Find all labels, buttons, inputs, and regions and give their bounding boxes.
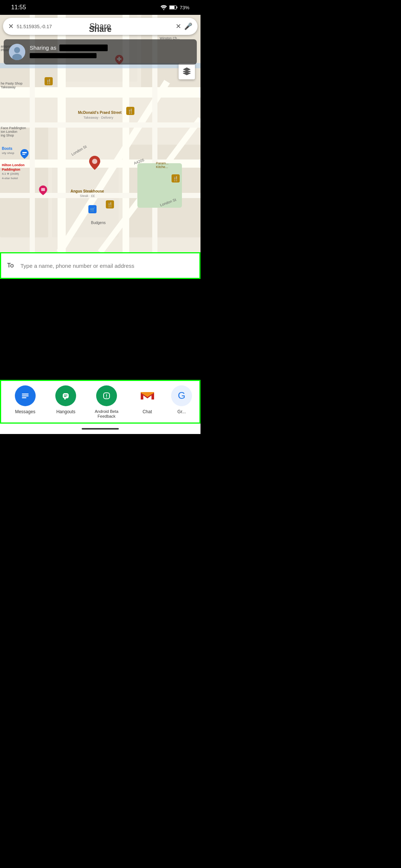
status-bar: 11:55 73% — [0, 0, 200, 15]
svg-point-23 — [92, 159, 97, 164]
svg-text:🍴: 🍴 — [127, 108, 134, 114]
svg-rect-34 — [41, 188, 45, 191]
svg-rect-2 — [176, 7, 177, 9]
app-item-chat[interactable]: Chat — [131, 385, 164, 414]
layers-icon — [182, 67, 191, 76]
user-info-text: Sharing as — [30, 45, 108, 60]
more-icon: G — [171, 385, 192, 406]
map-label-pasty: he Pasty ShopTakeaway — [1, 82, 23, 89]
svg-rect-51 — [64, 395, 68, 395]
svg-rect-47 — [22, 395, 29, 397]
sharing-as-row: Sharing as — [30, 45, 108, 51]
svg-text:!: ! — [106, 393, 107, 399]
sharing-as-label: Sharing as — [30, 45, 56, 51]
battery-percentage: 73% — [180, 5, 189, 10]
avatar-icon — [9, 44, 25, 60]
user-info-card: Sharing as — [4, 39, 197, 65]
restaurant-icon-3: 🍴 — [106, 200, 114, 208]
restaurant-icon-2: 🍴 — [126, 107, 134, 115]
app-item-hangouts[interactable]: Hangouts — [49, 385, 82, 414]
screen: 11:55 73% — [0, 0, 200, 434]
map-label-budgens: Budgens — [91, 221, 105, 225]
messages-svg-icon — [20, 390, 31, 401]
app-item-messages[interactable]: Messages — [9, 385, 42, 414]
mic-icon[interactable]: 🎤 — [184, 22, 192, 30]
home-indicator — [0, 424, 200, 434]
svg-point-0 — [163, 9, 164, 10]
svg-rect-32 — [22, 152, 27, 153]
bottom-apps-row: Messages Hangouts — [0, 380, 200, 424]
restaurant-marker-1: 🍴 — [45, 77, 53, 85]
email-row — [30, 53, 108, 60]
svg-text:🍴: 🍴 — [107, 201, 113, 208]
black-spacer — [0, 279, 200, 380]
blue-marker-boots — [20, 149, 29, 159]
svg-text:🍴: 🍴 — [46, 78, 52, 85]
to-field-container[interactable]: To — [0, 252, 200, 279]
layers-button[interactable] — [179, 63, 195, 79]
home-bar — [82, 428, 119, 430]
map-container: McDonald's Praed Street Takeaway · Deliv… — [0, 15, 200, 252]
map-label-hilton: Hilton LondonPaddington4.1 ★ (2439)4-sta… — [2, 163, 25, 181]
restaurant-marker-4: 🍴 — [172, 174, 180, 183]
messages-label: Messages — [15, 409, 35, 414]
svg-rect-50 — [63, 393, 69, 398]
gmail-svg-icon — [137, 385, 158, 406]
svg-rect-33 — [22, 154, 25, 155]
shopping-icon: 🛒 — [88, 205, 97, 213]
search-bar[interactable]: ✕ 51.515935,-0.17 Share ✕ 🎤 — [3, 18, 198, 35]
svg-text:G: G — [178, 390, 185, 401]
name-redacted-bar — [59, 45, 108, 51]
chat-icon — [137, 385, 158, 406]
app-item-more[interactable]: G Gr... — [171, 385, 192, 414]
restaurant-marker-3: 🍴 — [106, 200, 114, 208]
map-label-boots: Bootsuty shop — [2, 147, 14, 155]
hangouts-svg-icon — [60, 390, 71, 401]
close-icon[interactable]: ✕ — [8, 22, 14, 30]
beta-svg-icon: ! — [101, 390, 112, 401]
map-label-mcdonalds: McDonald's Praed Street — [78, 111, 121, 115]
more-label: Gr... — [177, 409, 186, 414]
blue-pin-icon — [20, 149, 29, 159]
app-item-beta[interactable]: ! Android BetaFeedback — [90, 385, 123, 419]
svg-rect-3 — [170, 6, 175, 9]
svg-text:🛒: 🛒 — [90, 207, 95, 212]
user-avatar — [9, 44, 25, 60]
share-title: Share — [89, 22, 111, 31]
email-redacted-bar — [30, 53, 97, 58]
status-icons: 73% — [160, 5, 189, 10]
map-label-angus-sub: Steak · ££ — [80, 194, 95, 198]
svg-point-43 — [14, 47, 20, 53]
pink-marker-hilton — [39, 185, 47, 195]
red-pin-icon — [89, 156, 100, 170]
wifi-icon — [160, 5, 167, 10]
svg-rect-52 — [64, 396, 66, 397]
beta-label: Android BetaFeedback — [95, 409, 118, 419]
more-svg-icon: G — [171, 385, 192, 406]
status-time: 11:55 — [11, 4, 26, 11]
map-label-angus: Angus Steakhouse — [71, 189, 104, 193]
pink-pin-icon — [39, 185, 47, 195]
battery-icon — [169, 5, 177, 10]
svg-text:🍴: 🍴 — [173, 175, 179, 182]
map-label-mcdonalds-sub: Takeaway · Delivery — [84, 116, 113, 119]
svg-marker-39 — [183, 68, 190, 71]
map-label-panam: Param...Kitche... — [156, 161, 169, 169]
map-label-face: Face Paddingtonion Londoning Shop — [1, 126, 26, 137]
beta-icon: ! — [96, 385, 117, 406]
svg-rect-48 — [22, 397, 26, 398]
hangouts-label: Hangouts — [56, 409, 75, 414]
map-search-area: ✕ 51.515935,-0.17 Share ✕ 🎤 — [3, 18, 198, 35]
chat-label: Chat — [143, 409, 152, 414]
clear-icon[interactable]: ✕ — [176, 22, 181, 30]
restaurant-icon-4: 🍴 — [172, 174, 180, 183]
to-input[interactable] — [20, 263, 193, 269]
main-location-pin — [89, 156, 100, 170]
hangouts-icon — [55, 385, 76, 406]
svg-rect-46 — [22, 394, 29, 395]
svg-rect-8 — [0, 126, 48, 237]
messages-icon — [15, 385, 36, 406]
restaurant-marker-2: 🍴 — [126, 107, 134, 115]
shopping-marker: 🛒 — [88, 205, 97, 213]
to-label: To — [7, 262, 16, 269]
